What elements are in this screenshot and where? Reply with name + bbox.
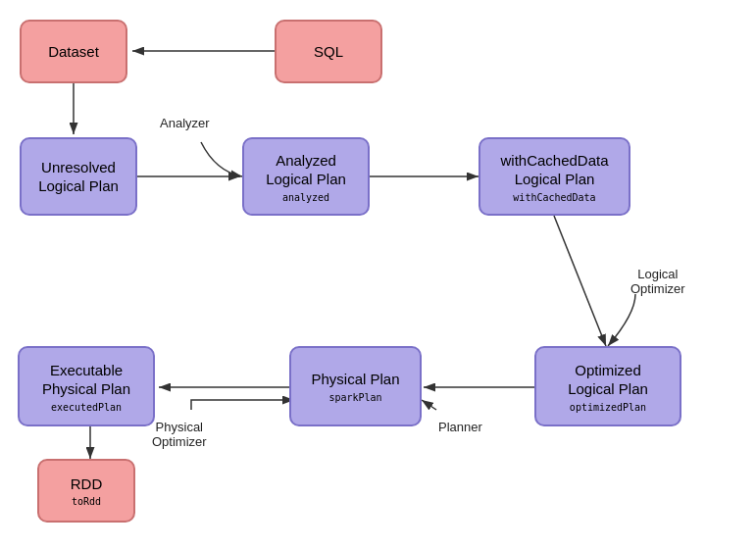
withcached-node: withCachedDataLogical Plan withCachedDat…	[479, 137, 630, 216]
svg-line-6	[554, 216, 606, 346]
sql-label: SQL	[314, 42, 343, 62]
dataset-node: Dataset	[20, 20, 127, 83]
unresolved-label: UnresolvedLogical Plan	[38, 158, 119, 196]
withcached-label: withCachedDataLogical Plan	[500, 151, 608, 189]
executable-node: ExecutablePhysical Plan executedPlan	[18, 346, 155, 426]
sql-node: SQL	[275, 20, 382, 83]
physical-subtitle: sparkPlan	[328, 392, 381, 403]
optimized-label: OptimizedLogical Plan	[568, 361, 648, 399]
optimized-node: OptimizedLogical Plan optimizedPlan	[534, 346, 681, 426]
analyzed-label: AnalyzedLogical Plan	[266, 151, 346, 189]
diagram: Dataset SQL UnresolvedLogical Plan Analy…	[0, 0, 756, 549]
analyzed-node: AnalyzedLogical Plan analyzed	[242, 137, 370, 216]
physical-optimizer-label: PhysicalOptimizer	[152, 420, 207, 449]
planner-label: Planner	[438, 420, 482, 434]
physical-node: Physical Plan sparkPlan	[289, 346, 422, 426]
optimized-subtitle: optimizedPlan	[570, 402, 646, 413]
logical-optimizer-label: LogicalOptimizer	[630, 267, 685, 296]
withcached-subtitle: withCachedData	[513, 192, 595, 203]
physical-label: Physical Plan	[311, 370, 399, 389]
analyzer-label: Analyzer	[160, 116, 210, 130]
rdd-node: RDD toRdd	[37, 459, 135, 523]
analyzed-subtitle: analyzed	[282, 192, 329, 203]
dataset-label: Dataset	[48, 42, 99, 62]
rdd-subtitle: toRdd	[72, 496, 101, 507]
executable-subtitle: executedPlan	[51, 402, 122, 413]
unresolved-node: UnresolvedLogical Plan	[20, 137, 137, 216]
rdd-label: RDD	[71, 474, 103, 494]
executable-label: ExecutablePhysical Plan	[42, 361, 130, 399]
